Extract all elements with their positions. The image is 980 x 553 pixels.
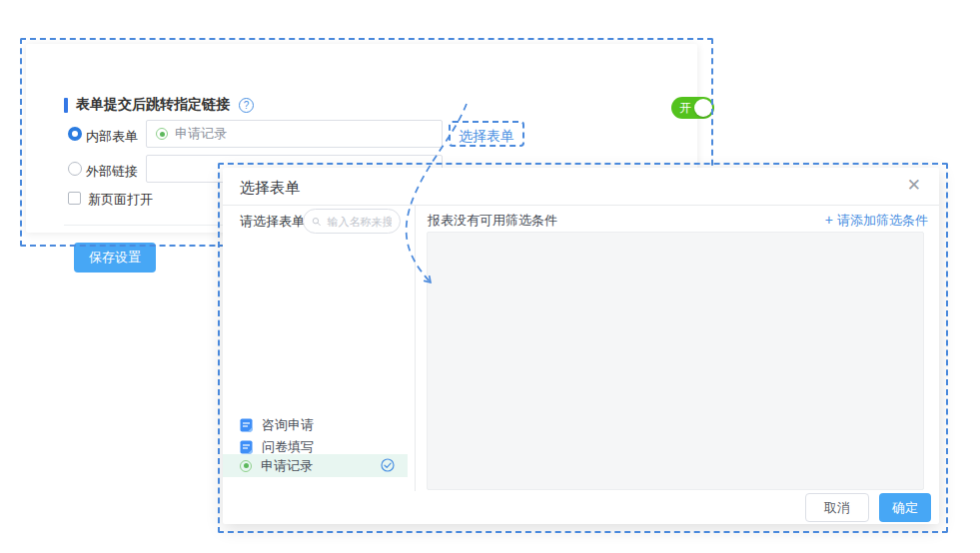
help-icon[interactable]: ? <box>239 98 254 113</box>
modal-title: 选择表单 <box>240 179 300 198</box>
target-icon <box>240 460 252 472</box>
internal-form-label: 内部表单 <box>86 128 138 146</box>
list-item-label: 咨询申请 <box>262 416 314 434</box>
radio-internal-form[interactable] <box>68 127 82 141</box>
list-item-label: 申请记录 <box>261 457 313 475</box>
no-filter-text: 报表没有可用筛选条件 <box>428 212 557 230</box>
list-item-form-selected[interactable]: 申请记录 <box>223 454 408 477</box>
page: 表单提交后跳转指定链接 ? 开 内部表单 申请记录 选择表单 外部链接 新页面打… <box>0 0 980 553</box>
internal-form-value: 申请记录 <box>175 125 227 143</box>
title-accent-bar <box>64 98 68 113</box>
new-page-label: 新页面打开 <box>88 191 153 209</box>
toggle-on-label: 开 <box>679 101 691 115</box>
choose-form-modal: 选择表单 ✕ 请选择表单 咨询申请 <box>223 168 939 524</box>
add-filter-label: 请添加筛选条件 <box>837 213 928 228</box>
form-doc-icon <box>240 440 253 454</box>
close-icon[interactable]: ✕ <box>907 176 921 196</box>
add-filter-link[interactable]: +请添加筛选条件 <box>825 212 928 230</box>
panel-title: 表单提交后跳转指定链接 <box>76 96 230 114</box>
list-item-form[interactable]: 咨询申请 <box>223 414 408 436</box>
sidebar-label: 请选择表单 <box>240 213 305 231</box>
target-icon <box>156 128 168 140</box>
form-search-input[interactable] <box>325 215 394 229</box>
search-icon <box>312 216 321 228</box>
form-search-box[interactable] <box>303 209 401 234</box>
toggle-knob <box>694 99 712 117</box>
form-doc-icon <box>240 418 253 432</box>
check-circle-icon <box>381 458 395 472</box>
save-settings-button[interactable]: 保存设置 <box>74 243 156 273</box>
enable-toggle[interactable]: 开 <box>671 97 714 119</box>
confirm-button[interactable]: 确定 <box>879 493 931 522</box>
modal-header-divider <box>223 205 939 206</box>
filter-empty-panel <box>427 232 924 490</box>
radio-external-link[interactable] <box>68 162 82 176</box>
internal-form-input[interactable]: 申请记录 <box>146 120 443 148</box>
cancel-button[interactable]: 取消 <box>805 493 869 522</box>
plus-icon: + <box>825 212 833 228</box>
choose-form-link[interactable]: 选择表单 <box>449 121 524 147</box>
sidebar-divider <box>415 205 416 491</box>
external-link-label: 外部链接 <box>86 163 138 181</box>
panel-title-row: 表单提交后跳转指定链接 ? <box>64 96 254 114</box>
new-page-checkbox[interactable] <box>68 192 81 205</box>
